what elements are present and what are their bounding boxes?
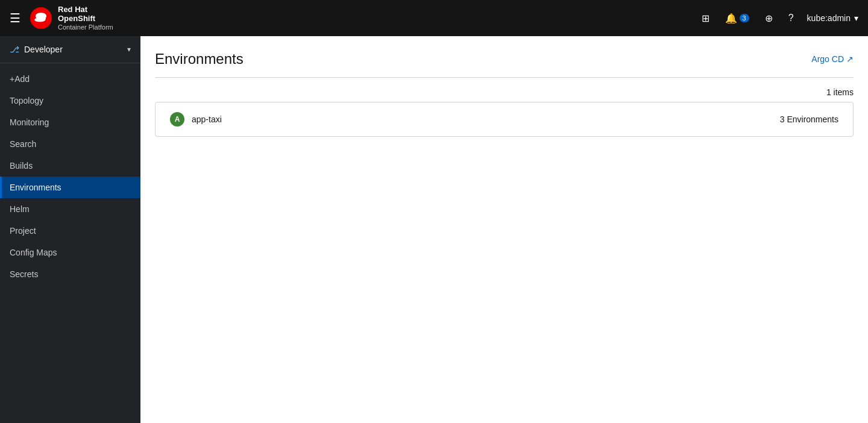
perspective-icon: ⎇ xyxy=(10,45,19,54)
sidebar-item-secrets-label: Secrets xyxy=(10,269,38,279)
sidebar-item-monitoring[interactable]: Monitoring xyxy=(0,111,140,133)
grid-icon: ⊞ xyxy=(702,13,709,24)
items-count: 1 items xyxy=(155,87,854,97)
sidebar-item-builds[interactable]: Builds xyxy=(0,155,140,177)
brand-openshift: OpenShift xyxy=(58,14,113,24)
perspective-name: Developer xyxy=(24,45,63,54)
sidebar-item-configmaps[interactable]: Config Maps xyxy=(0,242,140,263)
sidebar-item-monitoring-label: Monitoring xyxy=(10,118,49,127)
question-icon: ? xyxy=(788,13,794,24)
bell-icon: 🔔 xyxy=(725,13,737,24)
sidebar-item-builds-label: Builds xyxy=(10,161,33,171)
env-count: 3 Environments xyxy=(780,114,838,124)
sidebar-item-add-label: +Add xyxy=(10,74,30,84)
app-name: app-taxi xyxy=(192,114,773,124)
sidebar-item-topology[interactable]: Topology xyxy=(0,90,140,111)
sidebar-nav: +Add Topology Monitoring Search Builds E… xyxy=(0,63,140,290)
grid-button[interactable]: ⊞ xyxy=(699,10,712,27)
brand: Red Hat OpenShift Container Platform xyxy=(30,5,113,31)
perspective-chevron-icon: ▾ xyxy=(127,45,131,54)
brand-redhat: Red Hat xyxy=(58,5,113,14)
add-button[interactable]: ⊕ xyxy=(763,10,775,27)
username-label: kube:admin xyxy=(807,13,851,23)
sidebar-item-helm-label: Helm xyxy=(10,204,30,214)
page-title: Environments xyxy=(155,51,244,67)
redhat-logo xyxy=(30,7,52,29)
sidebar: ⎇ Developer ▾ +Add Topology Monitoring S… xyxy=(0,36,140,423)
notifications-button[interactable]: 🔔 3 xyxy=(723,10,752,27)
hamburger-button[interactable]: ☰ xyxy=(10,11,20,25)
app-icon: A xyxy=(170,112,184,127)
sidebar-item-environments-label: Environments xyxy=(10,183,61,192)
sidebar-item-topology-label: Topology xyxy=(10,96,43,105)
brand-platform: Container Platform xyxy=(58,24,113,31)
main-content: Environments Argo CD ↗ 1 items A app-tax… xyxy=(140,36,868,423)
sidebar-item-helm[interactable]: Helm xyxy=(0,198,140,220)
plus-icon: ⊕ xyxy=(765,13,773,24)
page-header: Environments Argo CD ↗ xyxy=(155,51,854,78)
sidebar-item-add[interactable]: +Add xyxy=(0,68,140,90)
help-button[interactable]: ? xyxy=(786,10,796,26)
sidebar-item-configmaps-label: Config Maps xyxy=(10,248,57,257)
user-menu-button[interactable]: kube:admin ▾ xyxy=(807,13,858,23)
user-chevron-icon: ▾ xyxy=(854,13,858,23)
sidebar-item-project-label: Project xyxy=(10,226,36,236)
argo-cd-link[interactable]: Argo CD ↗ xyxy=(811,54,854,64)
sidebar-item-project[interactable]: Project xyxy=(0,220,140,242)
sidebar-item-environments[interactable]: Environments xyxy=(0,177,140,198)
sidebar-item-secrets[interactable]: Secrets xyxy=(0,263,140,285)
sidebar-item-search-label: Search xyxy=(10,139,36,149)
notification-badge: 3 xyxy=(740,14,749,22)
navbar: ☰ Red Hat OpenShift Container Platform ⊞… xyxy=(0,0,868,36)
argo-cd-link-label: Argo CD xyxy=(811,54,844,64)
perspective-label: ⎇ Developer xyxy=(10,45,63,54)
navbar-icons: ⊞ 🔔 3 ⊕ ? kube:admin ▾ xyxy=(699,10,858,27)
perspective-switcher[interactable]: ⎇ Developer ▾ xyxy=(0,36,140,63)
env-card[interactable]: A app-taxi 3 Environments xyxy=(155,102,854,137)
external-link-icon: ↗ xyxy=(846,54,854,64)
sidebar-item-search[interactable]: Search xyxy=(0,133,140,155)
brand-text: Red Hat OpenShift Container Platform xyxy=(58,5,113,31)
